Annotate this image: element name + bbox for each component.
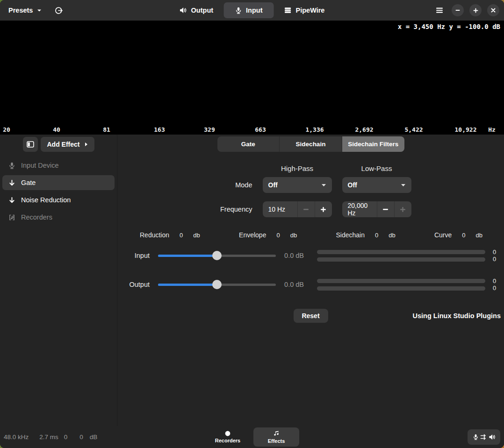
level-value: 0	[79, 434, 83, 441]
metric-label: Reduction	[140, 231, 169, 239]
add-effect-label: Add Effect	[47, 141, 80, 148]
axis-tick: 10,922	[455, 126, 477, 133]
music-note-icon	[273, 430, 280, 437]
close-icon	[491, 8, 496, 13]
frequency-label: Frequency	[210, 206, 252, 213]
slider-thumb[interactable]	[212, 280, 222, 289]
sidebar-toggle-button[interactable]	[23, 137, 38, 152]
sidebar-item-noise-reduction[interactable]: Noise Reduction	[2, 192, 115, 207]
tab-sidechain-filters[interactable]: Sidechain Filters	[342, 136, 404, 152]
increment-button[interactable]	[315, 201, 332, 217]
high-pass-frequency-value[interactable]: 10 Hz	[263, 201, 297, 217]
low-pass-mode-dropdown[interactable]: Off	[342, 177, 411, 193]
view-label: Effects	[268, 438, 285, 444]
metric-curve: Curve 0 db	[434, 231, 482, 239]
plugin-credit: Using Linux Studio Plugins	[413, 312, 501, 320]
bypass-button[interactable]	[52, 4, 65, 17]
maximize-button[interactable]	[469, 4, 482, 16]
bypass-icon	[55, 7, 63, 14]
pipewire-tab[interactable]: PipeWire	[284, 7, 325, 14]
menu-button[interactable]	[433, 5, 446, 16]
speaker-loud-icon	[489, 434, 496, 441]
caret-right-icon	[85, 142, 88, 147]
app-window: Presets Output	[0, 0, 504, 448]
axis-tick: 663	[255, 126, 266, 133]
add-effect-button[interactable]: Add Effect	[41, 137, 94, 152]
high-pass-mode-dropdown[interactable]: Off	[263, 177, 332, 193]
metric-label: Curve	[434, 231, 452, 239]
axis-tick: 163	[154, 126, 165, 133]
view-recorders[interactable]: Recorders	[205, 427, 251, 447]
audio-stats: 48.0 kHz 2.7 ms 0 0 dB	[4, 434, 97, 441]
microphone-icon	[8, 162, 15, 169]
sample-rate: 48.0 kHz	[4, 434, 29, 441]
routing-arrows-icon	[480, 434, 487, 440]
plus-icon	[473, 8, 478, 13]
reset-row: Reset Using Linux Studio Plugins	[117, 309, 504, 325]
axis-tick: 20	[3, 126, 10, 133]
metric-unit: db	[290, 232, 297, 239]
metric-value: 0	[462, 232, 465, 239]
reset-button[interactable]: Reset	[293, 309, 328, 323]
low-pass-mode-value: Off	[348, 181, 357, 189]
minimize-button[interactable]	[452, 4, 464, 16]
speaker-icon	[180, 7, 187, 14]
metric-reduction: Reduction 0 db	[140, 231, 200, 239]
metric-envelope: Envelope 0 db	[239, 231, 297, 239]
chevron-down-icon	[401, 184, 406, 187]
record-dot-icon	[225, 431, 230, 436]
axis-tick: 40	[53, 126, 60, 133]
close-button[interactable]	[487, 4, 499, 16]
metric-value: 0	[180, 232, 183, 239]
arrow-down-icon	[8, 179, 15, 186]
sidebar-item-label: Recorders	[21, 213, 52, 221]
gate-panel: Gate Sidechain Sidechain Filters High-Pa…	[117, 135, 504, 426]
spectrum-display[interactable]: x = 3,450 Hz y = -100.0 dB 20 40 81 163 …	[0, 21, 504, 135]
tab-sidechain[interactable]: Sidechain	[280, 136, 342, 152]
level-unit: dB	[90, 434, 98, 441]
sidebar-item-gate[interactable]: Gate	[2, 175, 115, 190]
menu-icon	[436, 7, 443, 13]
presets-button[interactable]: Presets	[6, 4, 44, 17]
low-pass-frequency-value[interactable]: 20,000 Hz	[342, 201, 377, 217]
header-bar: Presets Output	[0, 0, 504, 21]
gate-metrics-row: Reduction 0 db Envelope 0 db Sidechain 0…	[140, 231, 482, 239]
input-gain-value: 0.0 dB	[282, 252, 304, 259]
output-meter-right-value: 0	[493, 284, 496, 292]
caret-down-icon	[37, 9, 42, 12]
chevron-down-icon	[321, 184, 326, 187]
output-meter-right	[317, 286, 485, 291]
high-pass-mode-value: Off	[268, 181, 278, 189]
metric-unit: db	[389, 232, 395, 239]
sidebar-item-label: Input Device	[21, 162, 59, 169]
axis-tick: 2,692	[355, 126, 373, 133]
effects-sidebar: Add Effect Input Device	[0, 135, 117, 426]
gate-tab-group: Gate Sidechain Sidechain Filters	[217, 136, 404, 152]
input-gain-slider[interactable]	[158, 251, 276, 260]
sidebar-item-input-device[interactable]: Input Device	[2, 158, 115, 173]
input-tab[interactable]: Input	[223, 2, 274, 18]
io-routing-button[interactable]	[468, 429, 500, 445]
input-meter-right-value: 0	[493, 256, 496, 263]
sidebar-toggle-icon	[27, 141, 34, 148]
decrement-button[interactable]	[297, 201, 315, 217]
pipewire-label: PipeWire	[296, 7, 325, 14]
sidechain-filters-grid: High-Pass Low-Pass Mode Off Off Frequenc…	[210, 164, 411, 217]
slider-thumb[interactable]	[212, 251, 222, 260]
xruns-count: 0	[64, 434, 68, 441]
output-gain-slider[interactable]	[158, 280, 276, 289]
slider-fill	[158, 255, 217, 257]
input-label: Input	[246, 7, 262, 14]
output-label: Output	[191, 7, 214, 14]
mode-label: Mode	[210, 181, 252, 189]
tab-gate[interactable]: Gate	[217, 136, 280, 152]
axis-tick: 5,422	[404, 126, 423, 133]
decrement-button[interactable]	[377, 201, 394, 217]
view-effects[interactable]: Effects	[253, 427, 299, 447]
view-label: Recorders	[215, 438, 240, 443]
increment-button[interactable]	[394, 201, 411, 217]
output-tab[interactable]: Output	[180, 7, 214, 14]
sidebar-item-recorders[interactable]: Recorders	[2, 210, 115, 225]
output-gain-label: Output	[129, 281, 150, 288]
axis-unit: Hz	[488, 126, 496, 133]
